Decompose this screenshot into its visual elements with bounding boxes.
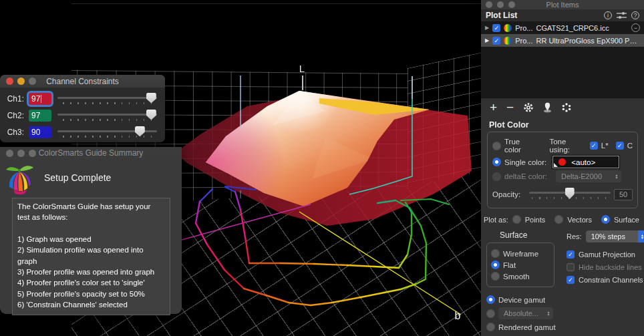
plot-list-toolbar: + − [481, 98, 644, 116]
profile-rainbow-icon [504, 37, 512, 45]
true-color-label: True color [504, 138, 536, 154]
res-select-value: 10% steps [591, 232, 638, 240]
add-profile-button[interactable]: + [490, 101, 497, 114]
remove-profile-button[interactable]: − [506, 101, 514, 114]
flat-radio[interactable] [491, 261, 500, 269]
slider-ticks [63, 102, 153, 104]
plot-items-panel: Plot Items Plot List i ? ▶ ✓ Pro... CGAT… [481, 0, 644, 336]
deltae-select[interactable]: Delta-E2000 ▴▾ [556, 170, 621, 182]
smooth-label: Smooth [503, 273, 530, 281]
minimize-button[interactable] [497, 1, 504, 8]
channel-3-input[interactable]: 90 [29, 126, 51, 138]
res-select[interactable]: 10% steps ▴▾ [586, 230, 644, 242]
hide-backside-checkbox[interactable] [567, 263, 575, 271]
axis-l-label: L [299, 63, 305, 74]
minimize-button[interactable] [17, 77, 25, 85]
zoom-button[interactable] [508, 1, 515, 8]
plot-items-titlebar: Plot Items [481, 0, 644, 9]
help-icon[interactable]: ? [631, 11, 639, 19]
profile-rainbow-icon [504, 24, 512, 32]
single-color-radio[interactable] [492, 158, 501, 166]
channel-2-slider[interactable] [56, 108, 160, 123]
plot-list-row-1[interactable]: ▶ ✓ Pro... CGATS21_CRPC6.icc − [481, 21, 644, 34]
plot-list-row-2[interactable]: ▶ ✓ Pro... RR UltraProGloss EpX900 PK...… [481, 34, 644, 47]
plot-as-vectors-radio[interactable] [554, 215, 563, 224]
tone-l-checkbox[interactable]: ✓ [590, 142, 598, 150]
pin-icon[interactable] [543, 102, 552, 113]
channel-3-slider[interactable] [56, 125, 160, 140]
visibility-checkbox[interactable]: ✓ [492, 37, 500, 45]
rendered-gamut-radio[interactable] [486, 323, 495, 331]
tone-c-label: C [627, 142, 633, 150]
cluster-icon[interactable] [561, 102, 572, 113]
opacity-value: 50 [614, 189, 633, 200]
gamut-projection-checkbox[interactable]: ✓ [567, 250, 575, 259]
resolution-row: Res: 10% steps ▴▾ [567, 230, 644, 242]
plot-as-surface-label: Surface [614, 216, 639, 224]
res-label: Res: [567, 232, 582, 240]
surface-options-groupbox: Wireframe Flat Smooth [486, 242, 554, 287]
device-gamut-label: Device gamut [498, 296, 545, 304]
app-root: { "graph": { "l_axis": "L", "b_axis": "b… [0, 0, 644, 336]
true-color-radio[interactable] [492, 142, 501, 150]
hide-backside-label: Hide backside lines [579, 263, 642, 271]
rendering-intent-value: Absolute... [504, 309, 544, 317]
opacity-label: Opacity: [492, 190, 526, 198]
disclosure-triangle-icon[interactable]: ▶ [485, 25, 489, 31]
tone-l-label: L* [601, 142, 609, 150]
wireframe-radio[interactable] [491, 249, 500, 258]
tone-c-checkbox[interactable]: ✓ [616, 142, 624, 150]
zoom-button[interactable] [29, 150, 36, 157]
stepper-icon: ▴▾ [638, 230, 644, 242]
minimize-button[interactable] [17, 150, 25, 157]
single-color-well[interactable]: <auto> [552, 156, 619, 168]
device-gamut-radio[interactable] [486, 295, 495, 304]
colorthink-beanie-icon [5, 163, 35, 195]
close-button[interactable] [6, 150, 13, 157]
channel-constraints-window: Channel Constraints Ch1: 97 Ch2: 97 Ch3:… [0, 75, 165, 142]
profile-name: RR UltraProGloss EpX900 PK.... [536, 37, 640, 45]
colorsmarts-titlebar: ColorSmarts Guide Summary [0, 147, 182, 159]
plot-color-section-label: Plot Color [489, 120, 644, 130]
gear-icon[interactable] [523, 102, 534, 113]
colorsmarts-header: Setup Complete [0, 159, 182, 196]
close-button[interactable] [486, 1, 492, 8]
rendering-intent-select[interactable]: Absolute... ▴▾ [498, 307, 553, 319]
plot-as-row: Plot as: Points Vectors Surface [484, 215, 644, 224]
plot-color-groupbox: True color Tone using: ✓ L* ✓ C Single c… [487, 132, 638, 208]
gamut-projection-label: Gamut Projection [579, 250, 635, 259]
axis-b-label: b [455, 310, 461, 321]
plot-list: ▶ ✓ Pro... CGATS21_CRPC6.icc − ▶ ✓ Pro..… [481, 21, 644, 98]
close-button[interactable] [6, 77, 13, 85]
info-icon[interactable]: i [604, 11, 612, 19]
zoom-button[interactable] [29, 77, 36, 85]
colorsmarts-window: ColorSmarts Guide Summary Setup Complete… [0, 147, 182, 314]
guide-summary-text: The ColorSmarts Guide has setup your tes… [12, 198, 170, 315]
channel-row-3: Ch3: 90 [5, 124, 160, 140]
opacity-slider[interactable] [529, 188, 611, 201]
visibility-checkbox[interactable]: ✓ [492, 24, 500, 32]
row-options-icon[interactable]: − [631, 23, 640, 32]
channel-1-slider[interactable] [56, 92, 160, 106]
channel-2-input[interactable]: 97 [29, 110, 51, 122]
deltae-color-radio[interactable] [492, 172, 501, 181]
plot-as-surface-radio[interactable] [601, 215, 610, 224]
plot-as-points-radio[interactable] [512, 215, 521, 224]
channel-1-input[interactable]: 97 [29, 93, 51, 105]
constrain-channels-checkbox[interactable]: ✓ [567, 276, 575, 284]
slider-ticks [63, 119, 153, 121]
channel-3-label: Ch3: [5, 128, 24, 137]
filter-icon[interactable] [617, 11, 627, 19]
plot-as-label: Plot as: [484, 216, 508, 224]
disclosure-triangle-icon[interactable]: ▶ [485, 37, 489, 43]
tone-using-label: Tone using: [549, 138, 586, 154]
plot-list-label: Plot List [486, 11, 599, 20]
rendering-intent-radio[interactable] [486, 309, 495, 318]
channel-row-2: Ch2: 97 [5, 107, 160, 124]
window-title: ColorSmarts Guide Summary [39, 148, 144, 158]
channel-constraints-titlebar: Channel Constraints [0, 75, 165, 88]
slider-track [57, 114, 157, 116]
b-axis-line [299, 212, 461, 315]
smooth-radio[interactable] [491, 272, 500, 281]
channel-row-1: Ch1: 97 [5, 90, 160, 107]
